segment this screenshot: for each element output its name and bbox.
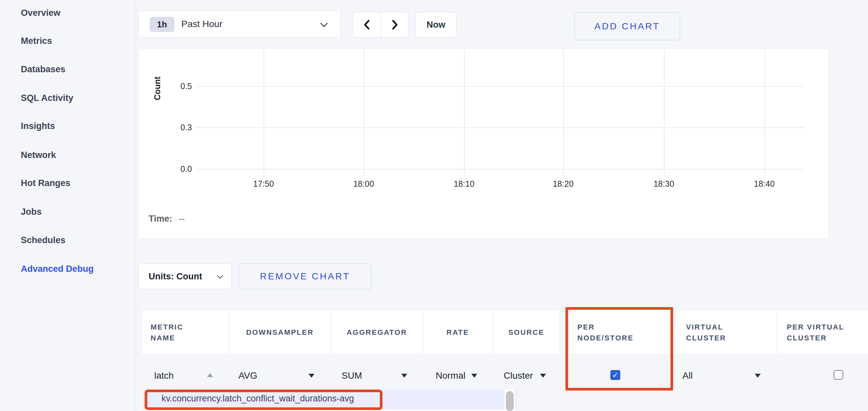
- sidebar-item-databases[interactable]: Databases: [21, 64, 65, 75]
- suggestions-scrollbar: [504, 388, 515, 411]
- x-axis-tick: 18:20: [543, 178, 583, 189]
- timescale-dropdown[interactable]: 1h Past Hour: [138, 10, 341, 38]
- dropdown-arrow-icon[interactable]: [471, 374, 477, 378]
- source-select[interactable]: Cluster: [504, 370, 533, 382]
- gridline-vertical: [364, 49, 364, 176]
- time-value: --: [179, 214, 185, 224]
- prev-timewindow-button[interactable]: [353, 12, 381, 37]
- chart-card: Count 0.5 0.3 0.0 17:50 18:00 18:10 18:2…: [138, 48, 829, 239]
- remove-chart-button[interactable]: REMOVE CHART: [239, 264, 372, 289]
- sidebar-item-jobs[interactable]: Jobs: [21, 206, 42, 217]
- virtual-cluster-select[interactable]: All: [682, 370, 693, 382]
- x-axis-tick: 18:10: [444, 178, 484, 189]
- y-axis-tick: 0.3: [159, 122, 192, 133]
- dropdown-arrow-icon[interactable]: [309, 374, 314, 378]
- header-line: PER VIRTUAL: [787, 321, 868, 333]
- sidebar-divider: [136, 0, 136, 411]
- column-header-rate: RATE: [424, 311, 492, 354]
- dropdown-arrow-icon[interactable]: [401, 374, 407, 378]
- x-axis-tick: 18:30: [644, 178, 684, 189]
- column-header-source: SOURCE: [494, 311, 559, 354]
- x-axis-tick: 17:50: [244, 178, 283, 189]
- header-line: PER: [577, 321, 676, 333]
- y-axis-tick: 0.5: [159, 81, 192, 91]
- next-timewindow-button[interactable]: [381, 12, 409, 37]
- header-line: VIRTUAL: [686, 321, 776, 333]
- dropdown-arrow-icon[interactable]: [540, 374, 546, 378]
- aggregator-select[interactable]: SUM: [342, 370, 362, 382]
- metric-suggestions-panel: kv.concurrency.latch_conflict_wait_durat…: [145, 388, 515, 411]
- dropdown-arrow-icon[interactable]: [755, 374, 761, 378]
- sidebar-item-overview[interactable]: Overview: [21, 7, 60, 19]
- timescale-badge: 1h: [150, 17, 175, 32]
- x-axis-tick: 18:00: [344, 178, 383, 189]
- header-line: DOWNSAMPLER: [246, 327, 314, 338]
- header-line: NODE/STORE: [577, 333, 676, 343]
- metric-suggestion-label: kv.concurrency.latch_conflict_wait_durat…: [161, 393, 354, 404]
- gridline-vertical: [464, 49, 465, 176]
- sidebar-item-sql-activity[interactable]: SQL Activity: [21, 92, 73, 104]
- sidebar: Overview Metrics Databases SQL Activity …: [0, 0, 136, 411]
- header-line: CLUSTER: [686, 333, 776, 343]
- sidebar-item-hot-ranges[interactable]: Hot Ranges: [21, 177, 70, 189]
- rate-select[interactable]: Normal: [436, 370, 465, 382]
- gridline-horizontal: [196, 169, 804, 170]
- gridline-vertical: [264, 49, 264, 176]
- header-line: SOURCE: [508, 327, 544, 338]
- chevron-down-icon: [320, 20, 328, 27]
- gridline-vertical: [563, 49, 564, 176]
- column-header-per-node-store: PER NODE/STORE: [569, 311, 676, 354]
- header-line: METRIC: [151, 321, 228, 333]
- gridline-vertical: [764, 49, 765, 176]
- header-line: RATE: [446, 327, 469, 338]
- units-value: Units: Count: [149, 264, 202, 289]
- column-header-downsampler: DOWNSAMPLER: [229, 311, 330, 354]
- time-label: Time:: [149, 214, 173, 224]
- per-node-store-checkbox[interactable]: [610, 370, 620, 380]
- sidebar-item-schedules[interactable]: Schedules: [21, 235, 65, 246]
- per-virtual-cluster-checkbox[interactable]: [834, 370, 843, 380]
- chevron-right-icon: [391, 20, 399, 30]
- sidebar-item-network[interactable]: Network: [21, 149, 56, 161]
- column-header-aggregator: AGGREGATOR: [332, 311, 422, 354]
- metric-dropdown-open-icon[interactable]: [207, 373, 213, 377]
- timescale-value: Past Hour: [181, 10, 223, 38]
- scrollbar-thumb[interactable]: [506, 391, 514, 411]
- sidebar-item-advanced-debug[interactable]: Advanced Debug: [21, 263, 94, 274]
- units-dropdown[interactable]: Units: Count: [138, 264, 232, 289]
- gridline-horizontal: [196, 127, 804, 128]
- gridline-vertical: [664, 49, 664, 176]
- hover-time-readout: Time:--: [149, 214, 185, 224]
- header-line: NAME: [151, 333, 228, 343]
- header-line: CLUSTER: [787, 333, 868, 343]
- x-axis-tick: 18:40: [744, 178, 784, 189]
- metric-name-input[interactable]: [154, 369, 204, 383]
- add-chart-button[interactable]: ADD CHART: [575, 12, 680, 40]
- now-button[interactable]: Now: [415, 12, 457, 38]
- chevron-left-icon: [363, 20, 371, 30]
- column-header-metric-name: METRIC NAME: [142, 311, 228, 354]
- gridline-horizontal: [196, 86, 804, 87]
- metric-suggestion-item[interactable]: kv.concurrency.latch_conflict_wait_durat…: [145, 389, 504, 410]
- y-axis-tick: 0.0: [159, 164, 192, 174]
- custom-chart-debug-page: Overview Metrics Databases SQL Activity …: [0, 0, 868, 411]
- sidebar-item-metrics[interactable]: Metrics: [21, 35, 52, 46]
- column-header-per-virtual-cluster: PER VIRTUAL CLUSTER: [778, 311, 868, 354]
- time-nav-button-group: [353, 12, 409, 38]
- column-header-virtual-cluster: VIRTUAL CLUSTER: [677, 311, 776, 354]
- header-line: AGGREGATOR: [346, 327, 407, 338]
- downsampler-select[interactable]: AVG: [239, 370, 257, 382]
- sidebar-item-insights[interactable]: Insights: [21, 121, 55, 132]
- chevron-down-icon: [217, 272, 223, 278]
